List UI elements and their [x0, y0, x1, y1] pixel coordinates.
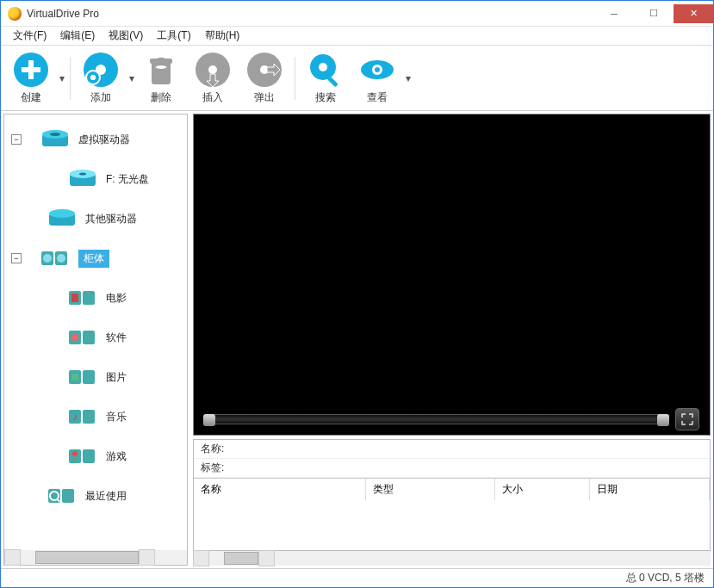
details-panel: 名称: 标签: 名称 类型 大小 日期 — [193, 439, 711, 551]
look-button[interactable]: 查看 — [352, 52, 402, 105]
look-dropdown[interactable]: ▾ — [402, 72, 411, 84]
svg-text:♪: ♪ — [72, 411, 78, 423]
titlebar: VirtualDrive Pro ─ ☐ ✕ — [1, 1, 713, 27]
svg-rect-49 — [62, 489, 74, 503]
col-size[interactable]: 大小 — [495, 479, 590, 500]
tree-scrollbar-horizontal[interactable] — [4, 550, 187, 565]
close-button[interactable]: ✕ — [674, 4, 713, 23]
tree-f-drive-label: F: 无光盘 — [106, 172, 149, 187]
search-label: 搜索 — [315, 90, 336, 105]
menu-tools[interactable]: 工具(T) — [150, 27, 197, 45]
tree-games-label: 游戏 — [106, 449, 127, 464]
collapse-icon[interactable]: − — [11, 253, 22, 263]
detail-name-row: 名称: — [194, 440, 710, 459]
svg-rect-39 — [83, 370, 95, 384]
right-pane: 名称: 标签: 名称 类型 大小 日期 — [193, 114, 711, 566]
tree-games[interactable]: 游戏 — [4, 436, 187, 476]
folder-games-icon — [68, 444, 97, 468]
tree-other-drives[interactable]: 其他驱动器 — [4, 199, 187, 238]
svg-rect-42 — [83, 410, 95, 424]
preview-area — [193, 114, 711, 436]
tree-cabinet[interactable]: − 柜体 — [4, 238, 187, 278]
add-button[interactable]: 添加 — [76, 52, 126, 105]
add-label: 添加 — [90, 90, 111, 105]
svg-point-15 — [319, 63, 327, 71]
eject-button[interactable]: 弹出 — [239, 52, 289, 105]
search-button[interactable]: 搜索 — [301, 52, 351, 105]
svg-point-31 — [57, 254, 65, 263]
statusbar: 总 0 VCD, 5 塔楼 — [1, 568, 713, 587]
svg-point-27 — [49, 209, 75, 218]
col-type[interactable]: 类型 — [366, 479, 495, 500]
folder-movies-icon — [68, 286, 97, 310]
cabinet-icon — [40, 246, 70, 270]
create-dropdown[interactable]: ▾ — [56, 72, 65, 84]
detail-tag-row: 标签: — [194, 459, 710, 478]
menu-edit[interactable]: 编辑(E) — [53, 27, 102, 45]
svg-rect-45 — [83, 449, 95, 463]
drive-icon — [68, 167, 97, 191]
drive-group-icon — [40, 127, 70, 152]
tree-software-label: 软件 — [106, 331, 127, 345]
menubar: 文件(F) 编辑(E) 视图(V) 工具(T) 帮助(H) — [1, 27, 713, 46]
detail-body — [194, 500, 710, 550]
create-button[interactable]: 创建 — [6, 52, 56, 105]
fullscreen-button[interactable] — [675, 408, 699, 430]
expand-icon — [681, 413, 693, 425]
col-name[interactable]: 名称 — [194, 479, 366, 500]
tree-pictures-label: 图片 — [106, 370, 127, 385]
svg-rect-34 — [71, 294, 78, 302]
eye-icon — [359, 52, 395, 88]
menu-help[interactable]: 帮助(H) — [198, 27, 247, 45]
create-label: 创建 — [21, 90, 41, 105]
tree-software[interactable]: 软件 — [4, 318, 187, 357]
svg-point-19 — [375, 67, 380, 72]
svg-rect-36 — [83, 331, 95, 344]
separator — [70, 57, 71, 100]
svg-point-37 — [71, 334, 78, 341]
separator — [295, 57, 295, 100]
tree-pane: − 虚拟驱动器 F: 无光盘 其 — [3, 114, 188, 566]
tree-virtual-drives[interactable]: − 虚拟驱动器 — [4, 120, 187, 159]
svg-point-11 — [208, 65, 217, 74]
svg-rect-8 — [152, 62, 171, 84]
minimize-button[interactable]: ─ — [594, 4, 634, 23]
collapse-icon[interactable]: − — [11, 134, 22, 145]
menu-file[interactable]: 文件(F) — [6, 27, 53, 45]
tree-movies[interactable]: 电影 — [4, 278, 187, 318]
detail-tag-label: 标签: — [201, 461, 224, 473]
svg-point-25 — [79, 173, 86, 176]
tree-f-drive[interactable]: F: 无光盘 — [4, 159, 187, 199]
svg-point-22 — [50, 133, 60, 136]
tree-music[interactable]: ♪ 音乐 — [4, 397, 187, 436]
status-text: 总 0 VCD, 5 塔楼 — [626, 571, 705, 585]
svg-rect-40 — [71, 374, 78, 381]
look-label: 查看 — [367, 90, 388, 105]
tree-recent[interactable]: 最近使用 — [4, 476, 187, 516]
recent-icon — [47, 484, 77, 508]
svg-rect-7 — [90, 76, 96, 79]
tree-pictures[interactable]: 图片 — [4, 357, 187, 397]
svg-rect-16 — [326, 76, 338, 87]
delete-button[interactable]: 删除 — [136, 52, 186, 105]
eject-disc-icon — [246, 52, 282, 88]
maximize-button[interactable]: ☐ — [634, 4, 674, 23]
tree-recent-label: 最近使用 — [85, 489, 127, 504]
col-date[interactable]: 日期 — [590, 479, 710, 500]
menu-view[interactable]: 视图(V) — [102, 27, 150, 45]
right-scrollbar-horizontal[interactable] — [193, 551, 711, 566]
preview-slider[interactable] — [204, 414, 668, 424]
main-area: − 虚拟驱动器 F: 无光盘 其 — [1, 111, 713, 568]
tree-other-drives-label: 其他驱动器 — [85, 212, 137, 226]
app-logo-icon — [8, 7, 22, 21]
tree-cabinet-label: 柜体 — [78, 250, 109, 268]
plus-circle-icon — [13, 52, 49, 88]
add-dropdown[interactable]: ▾ — [126, 72, 134, 84]
svg-point-30 — [43, 254, 52, 263]
svg-rect-47 — [74, 455, 76, 461]
svg-rect-33 — [83, 291, 95, 305]
insert-button[interactable]: 插入 — [188, 52, 238, 105]
search-disc-icon — [307, 52, 344, 88]
svg-rect-2 — [22, 67, 40, 72]
tree-virtual-drives-label: 虚拟驱动器 — [78, 133, 130, 147]
